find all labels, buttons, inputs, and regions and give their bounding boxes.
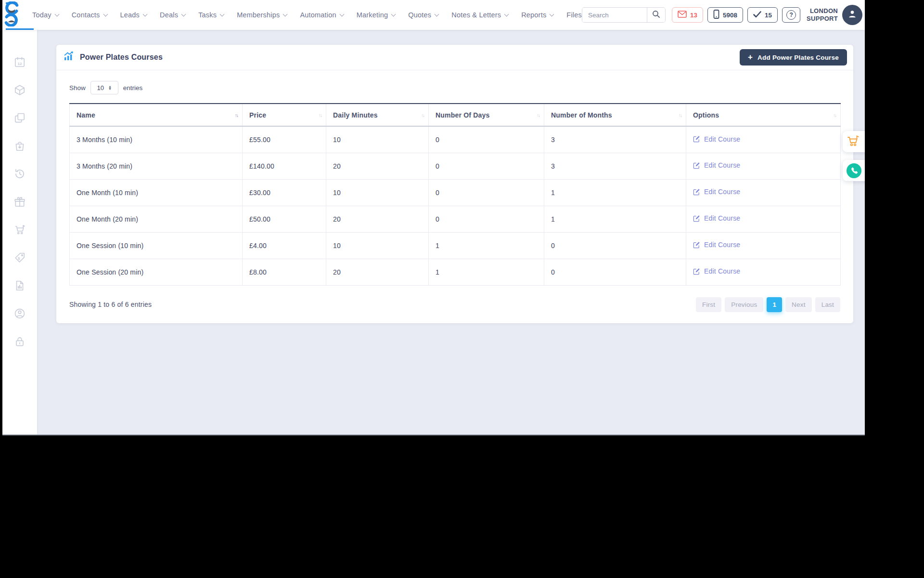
sidebar-item-cart[interactable] — [13, 223, 26, 236]
chevron-down-icon — [143, 12, 148, 16]
cell-price: £4.00 — [243, 232, 326, 259]
add-power-plates-course-button[interactable]: + Add Power Plates Course — [740, 49, 847, 66]
chevron-down-icon — [181, 12, 186, 16]
topbar-right-cluster: 13 5908 15 ? LONDON SUPPORT — [582, 5, 865, 25]
cell-number-of-months: 1 — [544, 179, 686, 206]
edit-course-label: Edit Course — [704, 161, 740, 169]
chevron-down-icon — [550, 12, 554, 16]
column-header-daily-minutes[interactable]: Daily Minutes↑↓ — [326, 104, 429, 126]
edit-course-link[interactable]: Edit Course — [693, 267, 740, 275]
nav-quotes[interactable]: Quotes — [408, 11, 438, 19]
show-entries-row: Show 10 ▲▼ entries — [69, 81, 840, 94]
nav-reports[interactable]: Reports — [521, 11, 553, 19]
nav-notes-letters[interactable]: Notes & Letters — [451, 11, 508, 19]
cell-daily-minutes: 10 — [326, 179, 429, 206]
nav-marketing[interactable]: Marketing — [357, 11, 395, 19]
page-size-select[interactable]: 10 ▲▼ — [90, 81, 118, 94]
app-logo[interactable] — [2, 0, 21, 30]
cell-number-of-days: 0 — [429, 179, 544, 206]
nav-label: Deals — [160, 11, 178, 19]
cell-price: £8.00 — [243, 259, 326, 285]
show-label: Show — [69, 84, 86, 92]
search-input[interactable] — [582, 8, 647, 22]
search-icon — [652, 10, 660, 20]
cell-number-of-days: 0 — [429, 206, 544, 232]
nav-leads[interactable]: Leads — [120, 11, 147, 19]
chevron-down-icon — [283, 12, 288, 16]
nav-tasks[interactable]: Tasks — [198, 11, 224, 19]
edit-course-label: Edit Course — [704, 135, 740, 143]
cell-number-of-months: 3 — [544, 153, 686, 179]
sidebar-item-calendar[interactable]: 12 — [13, 56, 26, 68]
nav-deals[interactable]: Deals — [160, 11, 185, 19]
nav-files[interactable]: Files — [566, 11, 582, 19]
edit-course-link[interactable]: Edit Course — [693, 188, 740, 196]
edit-pencil-icon — [693, 215, 700, 222]
select-arrows-icon: ▲▼ — [108, 85, 112, 91]
cell-daily-minutes: 20 — [326, 206, 429, 232]
sort-icon: ↑↓ — [679, 112, 681, 118]
mail-notification-badge[interactable]: 13 — [672, 7, 703, 23]
user-avatar[interactable] — [842, 5, 862, 25]
sort-icon: ↑↓ — [235, 112, 238, 118]
table-row: One Session (20 min) £8.00 20 1 0 Edit C… — [70, 259, 841, 285]
floating-cart-widget[interactable] — [843, 131, 865, 152]
sidebar-item-shopping-bag[interactable] — [13, 140, 26, 152]
nav-automation[interactable]: Automation — [300, 11, 343, 19]
search-button[interactable] — [647, 8, 665, 22]
table-row: 3 Months (20 min) £140.00 20 0 3 Edit Co… — [70, 153, 841, 179]
phone-extension-badge[interactable]: 5908 — [707, 7, 743, 23]
help-button[interactable]: ? — [782, 7, 800, 23]
edit-course-link[interactable]: Edit Course — [693, 135, 740, 143]
sidebar-item-duplicate-copy[interactable] — [13, 112, 26, 124]
pagination-first-button[interactable]: First — [696, 297, 721, 312]
phone-circle-icon — [847, 163, 861, 178]
question-mark-icon: ? — [786, 10, 796, 20]
edit-pencil-icon — [693, 135, 700, 143]
edit-pencil-icon — [693, 188, 700, 196]
sort-icon: ↑↓ — [421, 112, 424, 118]
sidebar-item-packages-cube[interactable] — [13, 84, 26, 96]
chevron-down-icon — [54, 12, 59, 16]
cell-daily-minutes: 10 — [326, 232, 429, 259]
sidebar-item-gift[interactable] — [13, 196, 26, 208]
sidebar-item-history[interactable] — [13, 168, 26, 180]
column-header-number-of-months[interactable]: Number of Months↑↓ — [544, 104, 686, 126]
pagination-last-button[interactable]: Last — [815, 297, 840, 312]
chevron-down-icon — [435, 12, 439, 16]
sidebar-item-lock[interactable] — [13, 335, 26, 348]
column-header-price[interactable]: Price↑↓ — [243, 104, 326, 126]
column-header-number-of-days[interactable]: Number Of Days↑↓ — [429, 104, 544, 126]
nav-today[interactable]: Today — [32, 11, 59, 19]
column-label: Name — [77, 111, 95, 119]
tasks-done-badge[interactable]: 15 — [747, 7, 778, 23]
table-row: 3 Months (10 min) £55.00 10 0 3 Edit Cou… — [70, 126, 841, 153]
cell-name: 3 Months (10 min) — [70, 126, 243, 153]
left-sidebar: 12 $ — [2, 30, 37, 434]
power-plates-courses-card: Power Plates Courses + Add Power Plates … — [56, 45, 853, 323]
nav-memberships[interactable]: Memberships — [237, 11, 287, 19]
pagination-page-1-button[interactable]: 1 — [767, 297, 782, 312]
sidebar-item-price-tag[interactable]: $ — [13, 251, 26, 264]
cart-icon — [847, 134, 860, 149]
sidebar-item-account[interactable] — [13, 307, 26, 320]
cell-price: £55.00 — [243, 126, 326, 153]
card-header: Power Plates Courses + Add Power Plates … — [56, 45, 853, 70]
envelope-icon — [678, 11, 687, 19]
floating-phone-widget[interactable] — [843, 160, 865, 181]
edit-course-link[interactable]: Edit Course — [693, 241, 740, 249]
sidebar-item-reports-document[interactable] — [13, 279, 26, 292]
edit-course-link[interactable]: Edit Course — [693, 161, 740, 169]
check-count: 15 — [765, 12, 772, 19]
nav-label: Tasks — [198, 11, 217, 19]
nav-contacts[interactable]: Contacts — [72, 11, 107, 19]
edit-course-link[interactable]: Edit Course — [693, 214, 740, 222]
column-header-options[interactable]: Options↑↓ — [686, 104, 841, 126]
pagination-previous-button[interactable]: Previous — [725, 297, 763, 312]
chevron-down-icon — [391, 12, 396, 16]
column-label: Price — [249, 111, 266, 119]
mail-count: 13 — [690, 12, 697, 19]
edit-pencil-icon — [693, 162, 700, 169]
pagination-next-button[interactable]: Next — [785, 297, 812, 312]
column-header-name[interactable]: Name↑↓ — [70, 104, 243, 126]
